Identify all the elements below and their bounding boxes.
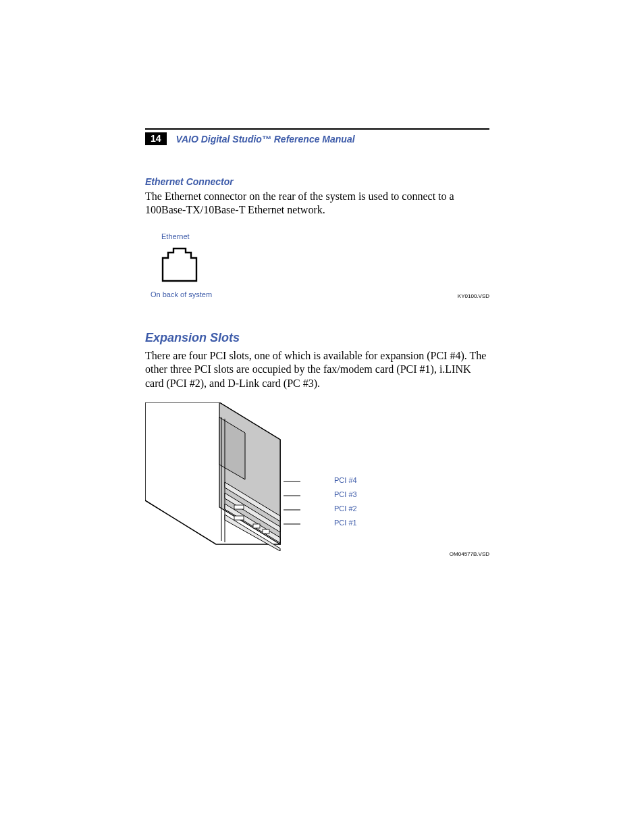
pci-label-4: PCI #4 bbox=[334, 476, 357, 484]
page-number: 14 bbox=[145, 132, 167, 145]
ethernet-figure-code: KY0100.VSD bbox=[458, 293, 489, 299]
pci-label-3: PCI #3 bbox=[334, 490, 357, 498]
expansion-figure-code: OM04577B.VSD bbox=[450, 551, 489, 557]
ethernet-label: Ethernet bbox=[161, 232, 190, 240]
manual-title: VAIO Digital Studio™ Reference Manual bbox=[176, 134, 355, 145]
pci-label-2: PCI #2 bbox=[334, 504, 357, 513]
ethernet-figure: Ethernet On back of system KY0100.VSD bbox=[145, 232, 489, 307]
svg-rect-5 bbox=[263, 529, 269, 533]
pci-label-1: PCI #1 bbox=[334, 519, 357, 527]
expansion-figure: PCI #4 PCI #3 PCI #2 PCI #1 OM04577B.VSD bbox=[145, 402, 489, 565]
svg-rect-3 bbox=[234, 516, 244, 520]
page-header: 14 VAIO Digital Studio™ Reference Manual bbox=[145, 132, 489, 145]
ethernet-body: The Ethernet connector on the rear of th… bbox=[145, 190, 489, 217]
svg-rect-4 bbox=[253, 524, 260, 528]
ethernet-caption: On back of system bbox=[151, 290, 212, 298]
expansion-body: There are four PCI slots, one of which i… bbox=[145, 349, 489, 390]
expansion-heading: Expansion Slots bbox=[145, 331, 489, 345]
header-rule bbox=[145, 128, 489, 130]
ethernet-port-icon bbox=[159, 243, 200, 285]
page-content: 14 VAIO Digital Studio™ Reference Manual… bbox=[145, 128, 489, 565]
ethernet-heading: Ethernet Connector bbox=[145, 176, 489, 187]
svg-rect-2 bbox=[234, 505, 244, 509]
